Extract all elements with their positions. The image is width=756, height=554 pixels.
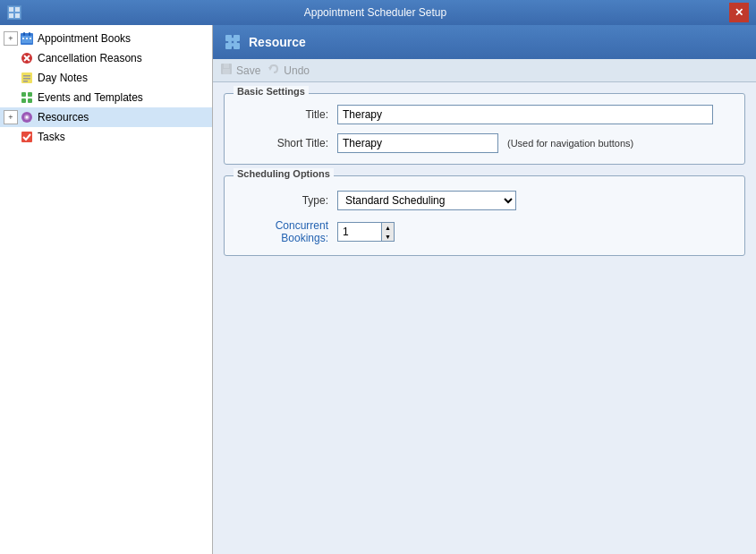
svg-rect-9 <box>22 38 24 39</box>
resource-header: Resource <box>213 25 756 59</box>
form-content: Basic Settings Title: Short Title: (Used… <box>213 82 756 554</box>
spinbox-buttons: ▲ ▼ <box>382 222 395 242</box>
resource-header-title: Resource <box>249 35 306 49</box>
sidebar-label-day-notes: Day Notes <box>38 72 88 84</box>
basic-settings-fieldset: Basic Settings Title: Short Title: (Used… <box>224 93 745 165</box>
sidebar-item-tasks[interactable]: Tasks <box>0 127 212 147</box>
sidebar-label-cancellation-reasons: Cancellation Reasons <box>38 52 142 64</box>
expander-resources[interactable]: + <box>4 110 18 124</box>
svg-rect-1 <box>9 7 13 12</box>
svg-marker-38 <box>268 67 272 71</box>
title-input[interactable] <box>337 105 713 124</box>
svg-rect-19 <box>21 92 26 97</box>
window-title: Appointment Scheduler Setup <box>21 6 729 19</box>
note-icon <box>20 71 34 85</box>
expander-appointment-books[interactable]: + <box>4 31 18 46</box>
svg-rect-17 <box>23 78 30 80</box>
sidebar: + Appointment Books <box>0 25 213 554</box>
resources-icon <box>20 110 34 124</box>
basic-settings-legend: Basic Settings <box>234 86 309 97</box>
svg-rect-36 <box>224 64 229 68</box>
title-row: Title: <box>239 105 730 124</box>
scheduling-options-fieldset: Scheduling Options Type: Standard Schedu… <box>224 175 745 256</box>
svg-rect-21 <box>21 98 26 103</box>
content-area: Resource Save <box>213 25 756 554</box>
svg-rect-26 <box>21 132 32 142</box>
svg-rect-8 <box>29 32 30 36</box>
short-title-note: (Used for navigation buttons) <box>507 138 633 149</box>
svg-rect-7 <box>23 32 25 36</box>
svg-rect-27 <box>225 35 232 41</box>
scheduling-options-legend: Scheduling Options <box>234 168 334 179</box>
short-title-input[interactable] <box>337 133 498 153</box>
save-button[interactable]: Save <box>220 63 260 78</box>
svg-rect-4 <box>15 13 20 18</box>
concurrent-row: Concurrent Bookings: ▲ ▼ <box>239 219 730 244</box>
svg-rect-28 <box>234 35 240 41</box>
svg-rect-30 <box>234 43 240 49</box>
svg-rect-2 <box>15 7 20 12</box>
concurrent-spinbox: ▲ ▼ <box>337 222 395 242</box>
title-bar: Appointment Scheduler Setup ✕ <box>0 0 756 25</box>
svg-rect-32 <box>228 40 232 44</box>
svg-rect-37 <box>223 69 230 74</box>
undo-icon <box>268 63 280 78</box>
sidebar-label-resources: Resources <box>38 111 89 124</box>
spinbox-up-button[interactable]: ▲ <box>382 223 394 232</box>
puzzle-icon <box>224 33 242 51</box>
cancel-icon <box>20 51 34 65</box>
svg-rect-11 <box>30 38 31 39</box>
svg-point-25 <box>26 116 29 119</box>
title-label: Title: <box>239 108 328 121</box>
calendar-icon <box>20 31 34 46</box>
sidebar-label-tasks: Tasks <box>38 131 65 143</box>
type-select[interactable]: Standard Scheduling Rotating Schedule Cu… <box>337 191 516 210</box>
concurrent-input[interactable] <box>337 222 382 242</box>
svg-rect-10 <box>26 38 28 39</box>
concurrent-label: Concurrent Bookings: <box>239 219 328 244</box>
app-icon <box>7 5 21 20</box>
toolbar: Save Undo <box>213 59 756 82</box>
spinbox-down-button[interactable]: ▼ <box>382 232 394 241</box>
sidebar-item-cancellation-reasons[interactable]: Cancellation Reasons <box>0 48 212 68</box>
close-button[interactable]: ✕ <box>729 3 749 22</box>
svg-rect-33 <box>234 40 237 44</box>
svg-rect-22 <box>28 98 32 103</box>
svg-rect-20 <box>28 92 32 97</box>
events-icon <box>20 90 34 105</box>
sidebar-label-events: Events and Templates <box>38 91 143 104</box>
save-label: Save <box>236 64 260 77</box>
sidebar-label-appointment-books: Appointment Books <box>38 32 131 45</box>
undo-button[interactable]: Undo <box>268 63 310 78</box>
sidebar-item-appointment-books[interactable]: + Appointment Books <box>0 29 212 48</box>
svg-rect-16 <box>23 75 30 77</box>
undo-label: Undo <box>284 64 310 77</box>
svg-rect-3 <box>9 13 13 18</box>
sidebar-item-events-and-templates[interactable]: Events and Templates <box>0 88 212 107</box>
sidebar-item-resources[interactable]: + Resources <box>0 107 212 127</box>
main-container: + Appointment Books <box>0 25 756 554</box>
svg-rect-31 <box>231 38 234 41</box>
type-row: Type: Standard Scheduling Rotating Sched… <box>239 191 730 210</box>
short-title-label: Short Title: <box>239 137 328 149</box>
svg-rect-34 <box>231 43 234 47</box>
svg-rect-18 <box>23 81 28 82</box>
save-icon <box>220 63 233 78</box>
type-label: Type: <box>239 194 328 207</box>
svg-rect-29 <box>225 43 232 49</box>
tasks-icon <box>20 130 34 144</box>
short-title-row: Short Title: (Used for navigation button… <box>239 133 730 153</box>
sidebar-item-day-notes[interactable]: Day Notes <box>0 68 212 88</box>
